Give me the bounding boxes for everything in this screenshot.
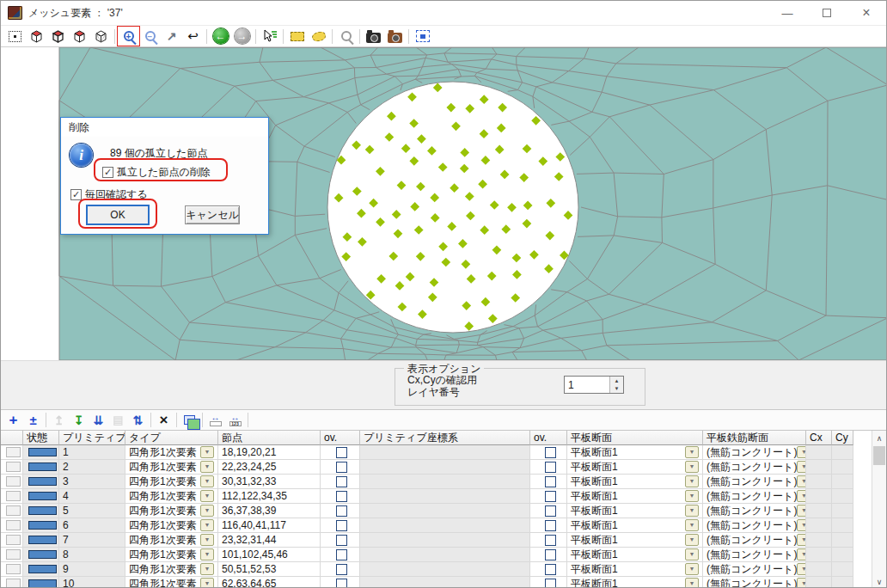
confirm-every-time-checkbox[interactable]: 毎回確認する: [70, 187, 148, 202]
close-button[interactable]: ×: [847, 1, 886, 25]
zoom-in-icon[interactable]: +: [118, 27, 139, 46]
checkbox-icon[interactable]: [102, 167, 113, 178]
minimize-button[interactable]: —: [768, 1, 807, 25]
zoom-out-icon[interactable]: −: [139, 27, 161, 46]
row-selector[interactable]: [1, 504, 23, 518]
ov-checkbox[interactable]: [336, 564, 347, 575]
camera-icon[interactable]: [363, 27, 384, 46]
dropdown-icon[interactable]: [200, 578, 214, 588]
ov-checkbox[interactable]: [545, 476, 556, 487]
dropdown-icon[interactable]: [797, 505, 806, 517]
ov-checkbox[interactable]: [545, 491, 556, 502]
row-selector[interactable]: [1, 562, 23, 577]
ov-checkbox[interactable]: [545, 462, 556, 473]
nodes-cell[interactable]: 22,23,24,25: [218, 460, 321, 475]
row-selector[interactable]: [1, 577, 23, 588]
row-selector[interactable]: [1, 460, 23, 475]
dropdown-icon[interactable]: [685, 519, 699, 531]
dropdown-icon[interactable]: [797, 578, 806, 588]
dialog-title[interactable]: 削除: [61, 118, 268, 137]
cancel-button[interactable]: キャンセル: [185, 205, 240, 224]
ov-checkbox[interactable]: [545, 564, 556, 575]
fit-width-icon[interactable]: ↔: [205, 412, 225, 429]
section-cell[interactable]: 平板断面1: [567, 460, 703, 475]
scroll-up-icon[interactable]: ∧: [872, 431, 886, 445]
sort-icon[interactable]: ⇅: [128, 412, 148, 429]
dropdown-icon[interactable]: [797, 548, 806, 560]
ov-checkbox[interactable]: [545, 535, 556, 546]
checkbox-icon[interactable]: [70, 189, 82, 200]
dropdown-icon[interactable]: [685, 548, 699, 560]
section-cell[interactable]: 平板断面1: [567, 533, 703, 548]
type-cell[interactable]: 四角形1次要素: [125, 562, 218, 577]
type-cell[interactable]: 四角形1次要素: [125, 548, 218, 562]
ov-checkbox[interactable]: [336, 462, 347, 473]
section-cell[interactable]: 平板断面1: [567, 548, 703, 562]
pick-cursor-icon[interactable]: [259, 27, 280, 46]
dropdown-icon[interactable]: [200, 461, 214, 473]
type-cell[interactable]: 四角形1次要素: [125, 445, 218, 460]
dropdown-icon[interactable]: [200, 490, 214, 502]
dropdown-icon[interactable]: [797, 461, 806, 473]
section-cell[interactable]: 平板断面1: [567, 475, 703, 489]
ov-checkbox[interactable]: [545, 505, 556, 517]
dropdown-icon[interactable]: [200, 519, 214, 531]
ov-checkbox[interactable]: [336, 579, 347, 588]
ov-checkbox[interactable]: [336, 505, 347, 517]
dropdown-icon[interactable]: [200, 534, 214, 546]
section-cell[interactable]: 平板断面1: [567, 518, 703, 533]
dropdown-icon[interactable]: [685, 490, 699, 502]
rebar-cell[interactable]: (無筋コンクリート): [703, 475, 806, 489]
scroll-down-icon[interactable]: ∨: [872, 574, 886, 588]
rebar-cell[interactable]: (無筋コンクリート): [703, 460, 806, 475]
dropdown-icon[interactable]: [685, 563, 699, 575]
section-cell[interactable]: 平板断面1: [567, 562, 703, 577]
ov-checkbox[interactable]: [545, 549, 556, 560]
dropdown-icon[interactable]: [685, 446, 699, 458]
type-cell[interactable]: 四角形1次要素: [125, 518, 218, 533]
nodes-cell[interactable]: 36,37,38,39: [218, 504, 321, 518]
mesh-viewport[interactable]: 削除 i 89 個の孤立した節点 孤立した節点の削除 毎回確認する OK キャン…: [1, 47, 886, 360]
spinner-down-icon[interactable]: ▼: [610, 385, 623, 394]
copy-icon[interactable]: [180, 412, 199, 429]
marquee-select-icon[interactable]: [4, 27, 26, 46]
row-selector[interactable]: [1, 533, 23, 548]
nodes-cell[interactable]: 23,32,31,44: [218, 533, 321, 548]
nodes-cell[interactable]: 50,51,52,53: [218, 562, 321, 577]
type-cell[interactable]: 四角形1次要素: [125, 475, 218, 489]
type-cell[interactable]: 四角形1次要素: [125, 460, 218, 475]
add-rows-icon[interactable]: ±: [23, 412, 43, 429]
rebar-cell[interactable]: (無筋コンクリート): [703, 533, 806, 548]
section-cell[interactable]: 平板断面1: [567, 504, 703, 518]
rebar-cell[interactable]: (無筋コンクリート): [703, 518, 806, 533]
isolated-node-delete-checkbox[interactable]: 孤立した節点の削除: [102, 165, 211, 180]
fit-view-icon[interactable]: [412, 27, 433, 46]
section-cell[interactable]: 平板断面1: [567, 445, 703, 460]
dropdown-icon[interactable]: [200, 548, 214, 560]
fit-numbered-icon[interactable]: ↔123: [225, 412, 245, 429]
ov-checkbox[interactable]: [336, 491, 347, 502]
rebar-cell[interactable]: (無筋コンクリート): [703, 562, 806, 577]
spinner-up-icon[interactable]: ▲: [610, 377, 623, 385]
undo-icon[interactable]: ←: [210, 27, 231, 46]
nodes-cell[interactable]: 116,40,41,117: [218, 518, 321, 533]
type-cell[interactable]: 四角形1次要素: [125, 489, 218, 504]
dropdown-icon[interactable]: [200, 505, 214, 517]
insert-row-icon[interactable]: ↧: [69, 412, 89, 429]
ov-checkbox[interactable]: [336, 549, 347, 560]
nodes-cell[interactable]: 62,63,64,65: [218, 577, 321, 588]
lasso-select-icon[interactable]: [308, 27, 329, 46]
cube-solid-icon[interactable]: [26, 27, 47, 46]
rebar-cell[interactable]: (無筋コンクリート): [703, 489, 806, 504]
rotate-icon[interactable]: ↩: [182, 27, 204, 46]
dropdown-icon[interactable]: [797, 490, 806, 502]
dropdown-icon[interactable]: [797, 519, 806, 531]
section-cell[interactable]: 平板断面1: [567, 577, 703, 588]
dropdown-icon[interactable]: [685, 578, 699, 588]
cube-shaded-icon[interactable]: [47, 27, 69, 46]
measure-arrow-icon[interactable]: ↗: [161, 27, 182, 46]
dropdown-icon[interactable]: [200, 475, 214, 487]
dropdown-icon[interactable]: [200, 563, 214, 575]
ov-checkbox[interactable]: [336, 535, 347, 546]
ok-button[interactable]: OK: [86, 205, 150, 225]
